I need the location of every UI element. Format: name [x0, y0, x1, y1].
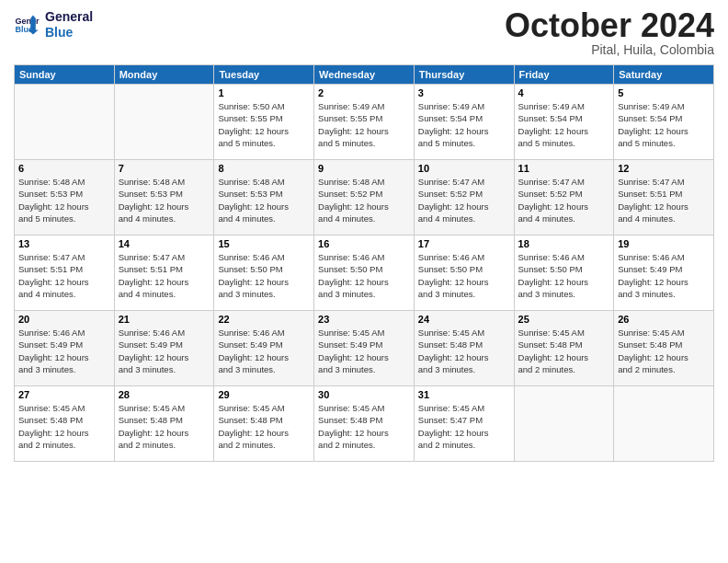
- day-number: 25: [518, 314, 610, 325]
- table-row: 10Sunrise: 5:47 AMSunset: 5:52 PMDayligh…: [414, 160, 514, 236]
- svg-text:Blue: Blue: [15, 25, 33, 34]
- day-number: 10: [418, 163, 510, 174]
- day-info: Sunrise: 5:45 AMSunset: 5:48 PMDaylight:…: [119, 402, 210, 451]
- day-number: 14: [119, 238, 210, 249]
- day-number: 24: [418, 314, 510, 325]
- day-info: Sunrise: 5:45 AMSunset: 5:49 PMDaylight:…: [318, 327, 410, 375]
- day-number: 8: [218, 163, 310, 174]
- table-row: 8Sunrise: 5:48 AMSunset: 5:53 PMDaylight…: [214, 160, 314, 236]
- table-row: 6Sunrise: 5:48 AMSunset: 5:53 PMDaylight…: [15, 160, 115, 236]
- day-info: Sunrise: 5:45 AMSunset: 5:48 PMDaylight:…: [318, 402, 410, 451]
- day-info: Sunrise: 5:47 AMSunset: 5:51 PMDaylight:…: [119, 251, 210, 300]
- day-info: Sunrise: 5:45 AMSunset: 5:48 PMDaylight:…: [18, 402, 110, 451]
- table-row: 14Sunrise: 5:47 AMSunset: 5:51 PMDayligh…: [114, 236, 214, 311]
- header-monday: Monday: [114, 65, 214, 85]
- header-sunday: Sunday: [15, 65, 115, 85]
- day-info: Sunrise: 5:46 AMSunset: 5:50 PMDaylight:…: [518, 251, 610, 300]
- day-number: 21: [119, 314, 210, 325]
- day-info: Sunrise: 5:45 AMSunset: 5:48 PMDaylight:…: [618, 327, 710, 375]
- table-row: 15Sunrise: 5:46 AMSunset: 5:50 PMDayligh…: [214, 236, 314, 311]
- calendar-week-3: 13Sunrise: 5:47 AMSunset: 5:51 PMDayligh…: [15, 236, 714, 311]
- day-number: 7: [119, 163, 210, 174]
- day-info: Sunrise: 5:47 AMSunset: 5:51 PMDaylight:…: [18, 251, 110, 300]
- table-row: 17Sunrise: 5:46 AMSunset: 5:50 PMDayligh…: [414, 236, 514, 311]
- table-row: 30Sunrise: 5:45 AMSunset: 5:48 PMDayligh…: [314, 386, 415, 462]
- table-row: 24Sunrise: 5:45 AMSunset: 5:48 PMDayligh…: [414, 311, 514, 386]
- table-row: 11Sunrise: 5:47 AMSunset: 5:52 PMDayligh…: [514, 160, 614, 236]
- header-tuesday: Tuesday: [214, 65, 314, 85]
- day-info: Sunrise: 5:49 AMSunset: 5:54 PMDaylight:…: [618, 100, 710, 149]
- day-info: Sunrise: 5:49 AMSunset: 5:55 PMDaylight:…: [318, 100, 410, 149]
- day-info: Sunrise: 5:45 AMSunset: 5:47 PMDaylight:…: [418, 402, 510, 451]
- day-number: 18: [518, 238, 610, 249]
- day-info: Sunrise: 5:45 AMSunset: 5:48 PMDaylight:…: [218, 402, 310, 451]
- table-row: 31Sunrise: 5:45 AMSunset: 5:47 PMDayligh…: [414, 386, 514, 462]
- day-number: 17: [418, 238, 510, 249]
- day-info: Sunrise: 5:49 AMSunset: 5:54 PMDaylight:…: [418, 100, 510, 149]
- table-row: 12Sunrise: 5:47 AMSunset: 5:51 PMDayligh…: [614, 160, 714, 236]
- location-subtitle: Pital, Huila, Colombia: [505, 42, 714, 57]
- table-row: 9Sunrise: 5:48 AMSunset: 5:52 PMDaylight…: [314, 160, 415, 236]
- header-friday: Friday: [514, 65, 614, 85]
- calendar-week-2: 6Sunrise: 5:48 AMSunset: 5:53 PMDaylight…: [15, 160, 714, 236]
- table-row: 21Sunrise: 5:46 AMSunset: 5:49 PMDayligh…: [114, 311, 214, 386]
- day-number: 16: [318, 238, 410, 249]
- day-number: 23: [318, 314, 410, 325]
- day-number: 22: [218, 314, 310, 325]
- logo: General Blue General Blue: [14, 9, 93, 40]
- day-number: 19: [618, 238, 710, 249]
- title-area: October 2024 Pital, Huila, Colombia: [505, 9, 714, 57]
- calendar-header-row: Sunday Monday Tuesday Wednesday Thursday…: [15, 65, 714, 85]
- day-info: Sunrise: 5:47 AMSunset: 5:52 PMDaylight:…: [418, 176, 510, 224]
- day-number: 1: [218, 87, 310, 98]
- day-info: Sunrise: 5:46 AMSunset: 5:49 PMDaylight:…: [618, 251, 710, 300]
- day-number: 9: [318, 163, 410, 174]
- logo-text-blue: Blue: [45, 25, 93, 40]
- calendar-week-4: 20Sunrise: 5:46 AMSunset: 5:49 PMDayligh…: [15, 311, 714, 386]
- table-row: 13Sunrise: 5:47 AMSunset: 5:51 PMDayligh…: [15, 236, 115, 311]
- page: General Blue General Blue October 2024 P…: [0, 0, 728, 563]
- table-row: 19Sunrise: 5:46 AMSunset: 5:49 PMDayligh…: [614, 236, 714, 311]
- day-info: Sunrise: 5:46 AMSunset: 5:49 PMDaylight:…: [119, 327, 210, 375]
- header-wednesday: Wednesday: [314, 65, 415, 85]
- day-number: 11: [518, 163, 610, 174]
- day-number: 2: [318, 87, 410, 98]
- calendar-week-1: 1Sunrise: 5:50 AMSunset: 5:55 PMDaylight…: [15, 85, 714, 160]
- calendar-table: Sunday Monday Tuesday Wednesday Thursday…: [14, 64, 714, 462]
- table-row: [514, 386, 614, 462]
- day-info: Sunrise: 5:46 AMSunset: 5:50 PMDaylight:…: [218, 251, 310, 300]
- day-number: 6: [18, 163, 110, 174]
- svg-text:General: General: [15, 16, 40, 25]
- table-row: 22Sunrise: 5:46 AMSunset: 5:49 PMDayligh…: [214, 311, 314, 386]
- day-info: Sunrise: 5:49 AMSunset: 5:54 PMDaylight:…: [518, 100, 610, 149]
- table-row: 3Sunrise: 5:49 AMSunset: 5:54 PMDaylight…: [414, 85, 514, 160]
- day-info: Sunrise: 5:47 AMSunset: 5:52 PMDaylight:…: [518, 176, 610, 224]
- day-info: Sunrise: 5:46 AMSunset: 5:50 PMDaylight:…: [318, 251, 410, 300]
- day-info: Sunrise: 5:48 AMSunset: 5:53 PMDaylight:…: [18, 176, 110, 224]
- day-number: 27: [18, 389, 110, 400]
- table-row: [114, 85, 214, 160]
- header-thursday: Thursday: [414, 65, 514, 85]
- day-info: Sunrise: 5:46 AMSunset: 5:50 PMDaylight:…: [418, 251, 510, 300]
- day-number: 31: [418, 389, 510, 400]
- table-row: 20Sunrise: 5:46 AMSunset: 5:49 PMDayligh…: [15, 311, 115, 386]
- logo-text-general: General: [45, 9, 93, 25]
- day-info: Sunrise: 5:46 AMSunset: 5:49 PMDaylight:…: [18, 327, 110, 375]
- day-number: 20: [18, 314, 110, 325]
- table-row: 18Sunrise: 5:46 AMSunset: 5:50 PMDayligh…: [514, 236, 614, 311]
- table-row: 28Sunrise: 5:45 AMSunset: 5:48 PMDayligh…: [114, 386, 214, 462]
- day-info: Sunrise: 5:48 AMSunset: 5:53 PMDaylight:…: [218, 176, 310, 224]
- table-row: 26Sunrise: 5:45 AMSunset: 5:48 PMDayligh…: [614, 311, 714, 386]
- day-info: Sunrise: 5:45 AMSunset: 5:48 PMDaylight:…: [418, 327, 510, 375]
- day-info: Sunrise: 5:47 AMSunset: 5:51 PMDaylight:…: [618, 176, 710, 224]
- calendar-week-5: 27Sunrise: 5:45 AMSunset: 5:48 PMDayligh…: [15, 386, 714, 462]
- table-row: 4Sunrise: 5:49 AMSunset: 5:54 PMDaylight…: [514, 85, 614, 160]
- table-row: 27Sunrise: 5:45 AMSunset: 5:48 PMDayligh…: [15, 386, 115, 462]
- header-saturday: Saturday: [614, 65, 714, 85]
- table-row: 23Sunrise: 5:45 AMSunset: 5:49 PMDayligh…: [314, 311, 415, 386]
- day-number: 15: [218, 238, 310, 249]
- day-number: 26: [618, 314, 710, 325]
- table-row: 16Sunrise: 5:46 AMSunset: 5:50 PMDayligh…: [314, 236, 415, 311]
- day-number: 29: [218, 389, 310, 400]
- month-title: October 2024: [505, 9, 714, 42]
